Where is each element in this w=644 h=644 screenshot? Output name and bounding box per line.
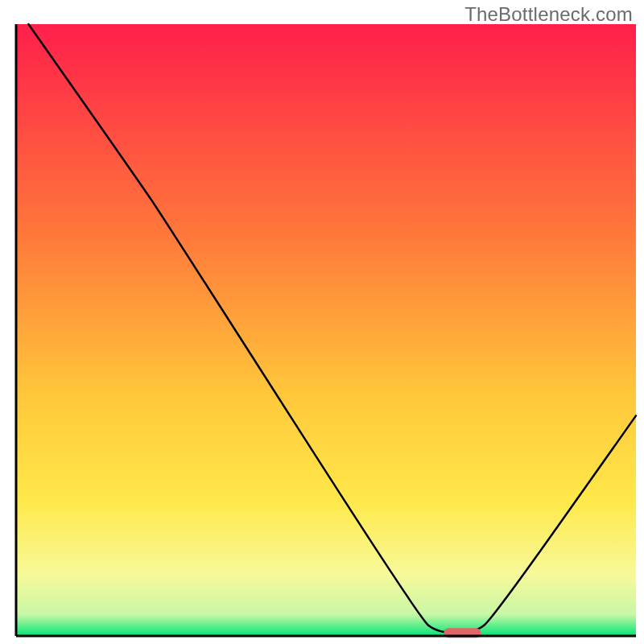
chart-container: TheBottleneck.com xyxy=(0,0,644,644)
gradient-background xyxy=(16,24,636,636)
watermark-text: TheBottleneck.com xyxy=(464,3,633,26)
bottleneck-chart xyxy=(0,0,644,644)
